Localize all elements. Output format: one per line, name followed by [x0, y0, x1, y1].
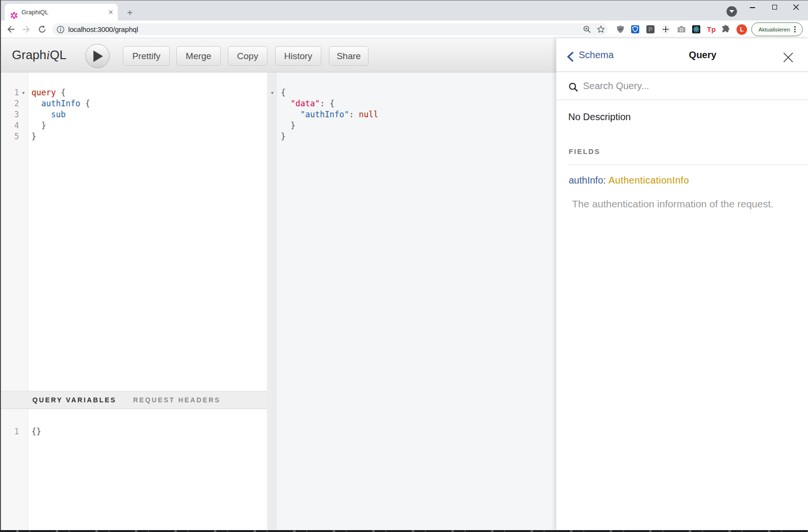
- query-editor[interactable]: 1▾2345 query { authInfo { sub }}: [1, 72, 267, 391]
- gutter-line: 3: [1, 109, 28, 120]
- doc-title: Query: [556, 38, 808, 72]
- history-button[interactable]: History: [275, 46, 321, 66]
- search-icon: [569, 82, 578, 92]
- window-top-border: [0, 0, 808, 0]
- update-browser-button[interactable]: Aktualisieren: [751, 22, 803, 36]
- camera-icon[interactable]: [677, 25, 685, 33]
- result-pane: ▾ { "data": { "authInfo": null }}: [267, 72, 556, 530]
- code-line[interactable]: authInfo {: [31, 98, 90, 109]
- code-line: "data": {: [281, 98, 378, 109]
- bitwarden-shield-icon[interactable]: [631, 25, 639, 33]
- doc-search-row[interactable]: Search Query...: [556, 72, 808, 100]
- doc-explorer: Schema Query Search Query... No Descript…: [556, 38, 808, 530]
- p-box-icon[interactable]: P: [646, 25, 655, 33]
- page-info-icon[interactable]: [57, 26, 64, 33]
- doc-close-icon[interactable]: [783, 52, 793, 62]
- doc-fields-divider: [568, 164, 808, 165]
- tab-search-button[interactable]: [726, 6, 737, 17]
- code-line: "authInfo": null: [281, 109, 378, 120]
- variables-section-bar: QUERY VARIABLES REQUEST HEADERS: [0, 391, 267, 409]
- tab-strip: [0, 0, 808, 20]
- code-line: }: [281, 120, 378, 131]
- zoom-icon[interactable]: [583, 25, 591, 33]
- tab-graphiql[interactable]: GraphiQL: [5, 4, 118, 20]
- graphql-favicon-icon: [10, 12, 18, 19]
- graphiql-logo: GraphiQL: [12, 38, 66, 72]
- tp-icon[interactable]: Tp: [707, 25, 716, 33]
- gutter-line: 4: [1, 120, 28, 131]
- query-line-numbers: 1▾2345: [1, 87, 28, 142]
- browser-window: GraphiQL localhost:3000/graphql: [0, 0, 808, 532]
- profile-avatar[interactable]: L: [736, 24, 747, 35]
- reload-button[interactable]: [38, 25, 46, 33]
- move-cross-icon[interactable]: [662, 25, 670, 33]
- ublock-shield-icon[interactable]: uO: [616, 25, 624, 33]
- puzzle-icon[interactable]: [721, 25, 730, 34]
- tab-request-headers[interactable]: REQUEST HEADERS: [133, 396, 221, 404]
- code-line[interactable]: }: [31, 120, 90, 131]
- react-atom-icon[interactable]: [692, 25, 700, 33]
- window-left-border: [0, 0, 1, 530]
- gutter-line: [268, 109, 277, 120]
- forward-button[interactable]: [22, 25, 30, 33]
- gutter-line: 1: [1, 426, 28, 437]
- gutter-line: [268, 131, 277, 142]
- variables-code[interactable]: {}: [31, 426, 41, 437]
- doc-field-type[interactable]: AuthenticationInfo: [608, 175, 689, 185]
- doc-field-description: The authentication information of the re…: [572, 198, 774, 210]
- doc-field-name[interactable]: authInfo: [569, 175, 603, 185]
- variables-line-numbers: 1: [1, 426, 28, 437]
- address-bar[interactable]: localhost:3000/graphql: [52, 23, 608, 35]
- query-code[interactable]: query { authInfo { sub }}: [31, 87, 90, 142]
- merge-button[interactable]: Merge: [176, 46, 221, 66]
- tab-query-variables[interactable]: QUERY VARIABLES: [32, 396, 116, 404]
- taskbar-sliver: [0, 530, 808, 532]
- back-button[interactable]: [7, 25, 15, 33]
- svg-text:uO: uO: [618, 28, 623, 31]
- doc-search-input[interactable]: Search Query...: [583, 72, 649, 100]
- result-fold-lines: ▾: [268, 87, 277, 142]
- code-line[interactable]: {}: [31, 426, 41, 437]
- variables-editor[interactable]: 1 {}: [1, 409, 267, 530]
- caret-down-icon: [729, 10, 734, 13]
- window-minimize-button[interactable]: [750, 7, 755, 8]
- result-code: { "data": { "authInfo": null }}: [281, 87, 378, 142]
- doc-explorer-header: Schema Query: [556, 38, 808, 72]
- gutter-line: 2: [1, 98, 28, 109]
- share-button[interactable]: Share: [329, 46, 368, 66]
- code-line[interactable]: sub: [31, 109, 90, 120]
- window-close-button[interactable]: [793, 4, 799, 10]
- code-line: {: [281, 87, 378, 98]
- doc-no-description: No Description: [568, 112, 631, 123]
- copy-button[interactable]: Copy: [228, 46, 267, 66]
- window-maximize-button[interactable]: [772, 5, 777, 10]
- play-icon: [93, 51, 103, 62]
- url-text[interactable]: localhost:3000/graphql: [68, 23, 138, 35]
- execute-query-button[interactable]: [85, 44, 110, 68]
- gutter-line: [268, 120, 277, 131]
- bookmark-star-icon[interactable]: [597, 25, 605, 33]
- doc-field-colon: :: [603, 175, 606, 185]
- gutter-line: 1▾: [1, 87, 28, 98]
- tab-close-icon[interactable]: [109, 10, 113, 14]
- gutter-line: 5: [1, 131, 28, 142]
- doc-fields-title: FIELDS: [569, 147, 601, 155]
- code-line[interactable]: }: [31, 131, 90, 142]
- code-line: }: [281, 131, 378, 142]
- gutter-line: [268, 98, 277, 109]
- prettify-button[interactable]: Prettify: [123, 46, 170, 66]
- doc-field-row: authInfo: AuthenticationInfo: [569, 175, 689, 186]
- code-line[interactable]: query {: [31, 87, 90, 98]
- browser-menu-icon[interactable]: [794, 26, 796, 32]
- tab-title: GraphiQL: [21, 4, 48, 20]
- new-tab-button[interactable]: [127, 10, 133, 15]
- gutter-line: ▾: [268, 87, 277, 98]
- update-browser-label: Aktualisieren: [758, 27, 790, 32]
